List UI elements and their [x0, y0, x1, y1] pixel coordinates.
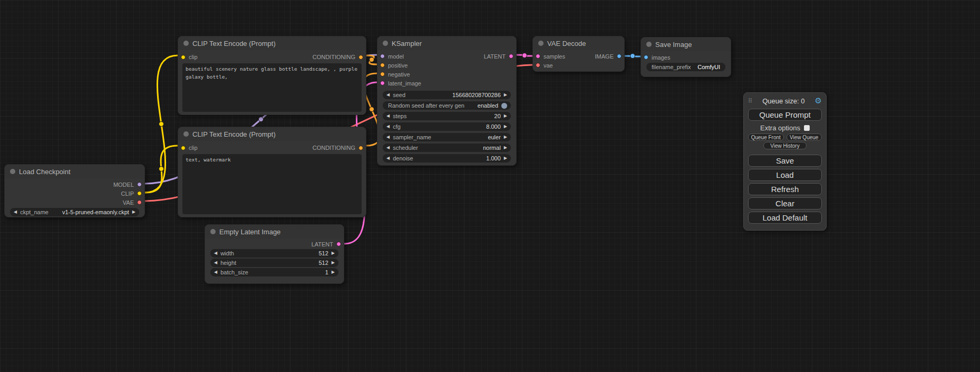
node-status-dot-icon[interactable] — [183, 131, 189, 137]
node-body: LATENT ◀ width 512 ▶ ◀ height 512 ▶ ◀ ba… — [205, 239, 344, 281]
node-graph-canvas[interactable]: Load Checkpoint MODEL CLIP VAE — [0, 0, 980, 372]
load-button[interactable]: Load — [748, 169, 822, 181]
node-titlebar[interactable]: Load Checkpoint — [5, 165, 144, 178]
widget-value: normal — [483, 145, 501, 151]
node-status-dot-icon[interactable] — [646, 42, 652, 47]
node-title: Load Checkpoint — [19, 168, 71, 176]
increment-arrow-icon[interactable]: ▶ — [332, 261, 335, 265]
seed-widget[interactable]: ◀ seed 156680208700286 ▶ — [383, 91, 511, 99]
node-titlebar[interactable]: Empty Latent Image — [205, 225, 344, 239]
toggle-knob-icon[interactable] — [501, 103, 507, 109]
extra-options-checkbox[interactable] — [804, 125, 810, 131]
prev-value-arrow-icon[interactable]: ◀ — [14, 210, 17, 214]
images-input-port[interactable] — [644, 55, 648, 60]
decrement-arrow-icon[interactable]: ◀ — [214, 251, 217, 255]
next-value-arrow-icon[interactable]: ▶ — [504, 135, 507, 139]
refresh-button[interactable]: Refresh — [748, 183, 822, 195]
node-titlebar[interactable]: Save Image — [641, 37, 731, 51]
model-output-port[interactable] — [137, 182, 142, 187]
widget-value: euler — [488, 134, 500, 140]
width-widget[interactable]: ◀ width 512 ▶ — [210, 249, 338, 257]
decrement-arrow-icon[interactable]: ◀ — [214, 270, 217, 274]
queue-prompt-button[interactable]: Queue Prompt — [748, 109, 822, 121]
extra-options-row: Extra options — [744, 124, 826, 132]
node-empty-latent-image: Empty Latent Image LATENT ◀ width 512 ▶ … — [205, 224, 344, 284]
queue-front-button[interactable]: Queue Front — [748, 133, 784, 141]
positive-prompt-textarea[interactable]: beautiful scenery nature glass bottle la… — [182, 63, 362, 112]
positive-input-port[interactable] — [380, 63, 385, 68]
steps-widget[interactable]: ◀ steps 20 ▶ — [383, 112, 511, 120]
view-queue-button[interactable]: View Queue — [787, 133, 822, 141]
decrement-arrow-icon[interactable]: ◀ — [386, 93, 390, 97]
negative-prompt-textarea[interactable]: text, watermark — [182, 154, 362, 214]
next-value-arrow-icon[interactable]: ▶ — [132, 210, 135, 214]
decrement-arrow-icon[interactable]: ◀ — [386, 114, 390, 118]
view-history-button[interactable]: View History — [763, 142, 806, 149]
node-titlebar[interactable]: CLIP Text Encode (Prompt) — [178, 127, 366, 141]
node-title: CLIP Text Encode (Prompt) — [192, 130, 276, 138]
increment-arrow-icon[interactable]: ▶ — [332, 251, 335, 255]
samples-input-port[interactable] — [536, 54, 540, 59]
output-label-conditioning: CONDITIONING — [313, 54, 355, 60]
node-title: VAE Decode — [547, 40, 586, 47]
decrement-arrow-icon[interactable]: ◀ — [386, 156, 390, 160]
prev-value-arrow-icon[interactable]: ◀ — [386, 146, 390, 150]
conditioning-output-port[interactable] — [358, 146, 363, 150]
widget-label: batch_size — [220, 269, 248, 275]
increment-arrow-icon[interactable]: ▶ — [504, 93, 507, 97]
queue-size-label: Queue size: 0 — [752, 97, 814, 105]
widget-label: scheduler — [393, 145, 418, 151]
node-status-dot-icon[interactable] — [210, 229, 216, 234]
queue-panel: ⠿ Queue size: 0 ⚙ Queue Prompt Extra opt… — [743, 92, 827, 231]
conditioning-output-port[interactable] — [358, 55, 363, 60]
increment-arrow-icon[interactable]: ▶ — [504, 125, 507, 129]
node-titlebar[interactable]: VAE Decode — [533, 36, 624, 50]
random-seed-toggle-widget[interactable]: Random seed after every gen enabled — [383, 101, 511, 110]
image-output-port[interactable] — [617, 54, 622, 59]
node-status-dot-icon[interactable] — [183, 41, 189, 46]
height-widget[interactable]: ◀ height 512 ▶ — [210, 259, 338, 267]
increment-arrow-icon[interactable]: ▶ — [504, 114, 507, 118]
vae-input-port[interactable] — [536, 63, 540, 68]
drag-handle-icon[interactable]: ⠿ — [748, 98, 752, 104]
prev-value-arrow-icon[interactable]: ◀ — [386, 135, 390, 139]
increment-arrow-icon[interactable]: ▶ — [332, 270, 335, 274]
node-load-checkpoint: Load Checkpoint MODEL CLIP VAE — [4, 164, 145, 217]
settings-gear-icon[interactable]: ⚙ — [815, 96, 822, 106]
clip-input-port[interactable] — [181, 55, 186, 60]
widget-value: 8.000 — [486, 123, 501, 130]
node-status-dot-icon[interactable] — [10, 169, 15, 174]
latent-output-port[interactable] — [509, 54, 513, 59]
save-button[interactable]: Save — [748, 155, 822, 167]
clear-button[interactable]: Clear — [748, 197, 822, 209]
clip-input-port[interactable] — [181, 146, 186, 150]
scheduler-widget[interactable]: ◀ scheduler normal ▶ — [383, 144, 511, 152]
decrement-arrow-icon[interactable]: ◀ — [214, 261, 217, 265]
decrement-arrow-icon[interactable]: ◀ — [386, 125, 390, 129]
load-default-button[interactable]: Load Default — [748, 212, 822, 224]
denoise-widget[interactable]: ◀ denoise 1.000 ▶ — [383, 154, 511, 163]
widget-label: ckpt_name — [20, 209, 48, 215]
node-titlebar[interactable]: CLIP Text Encode (Prompt) — [178, 36, 366, 50]
sampler-name-widget[interactable]: ◀ sampler_name euler ▶ — [383, 133, 511, 141]
queue-panel-header: ⠿ Queue size: 0 ⚙ — [744, 95, 826, 107]
clip-output-port[interactable] — [137, 191, 142, 196]
link-midpoint-dot — [159, 167, 164, 171]
filename-prefix-widget[interactable]: filename_prefix ComfyUI — [646, 63, 725, 71]
input-label-positive: positive — [388, 62, 407, 69]
next-value-arrow-icon[interactable]: ▶ — [504, 146, 507, 150]
vae-output-port[interactable] — [137, 200, 142, 205]
batch-size-widget[interactable]: ◀ batch_size 1 ▶ — [210, 268, 338, 276]
wire-clip-to-positive-prompt — [145, 55, 178, 193]
node-status-dot-icon[interactable] — [538, 41, 544, 46]
increment-arrow-icon[interactable]: ▶ — [504, 156, 507, 160]
widget-label: cfg — [393, 123, 401, 130]
cfg-widget[interactable]: ◀ cfg 8.000 ▶ — [383, 122, 511, 131]
latent-output-port[interactable] — [336, 242, 341, 246]
node-titlebar[interactable]: KSampler — [377, 36, 516, 50]
ckpt-name-widget[interactable]: ◀ ckpt_name v1-5-pruned-emaonly.ckpt ▶ — [10, 208, 139, 216]
negative-input-port[interactable] — [380, 72, 385, 77]
latent-image-input-port[interactable] — [380, 81, 385, 85]
model-input-port[interactable] — [380, 54, 385, 59]
node-status-dot-icon[interactable] — [383, 41, 388, 46]
